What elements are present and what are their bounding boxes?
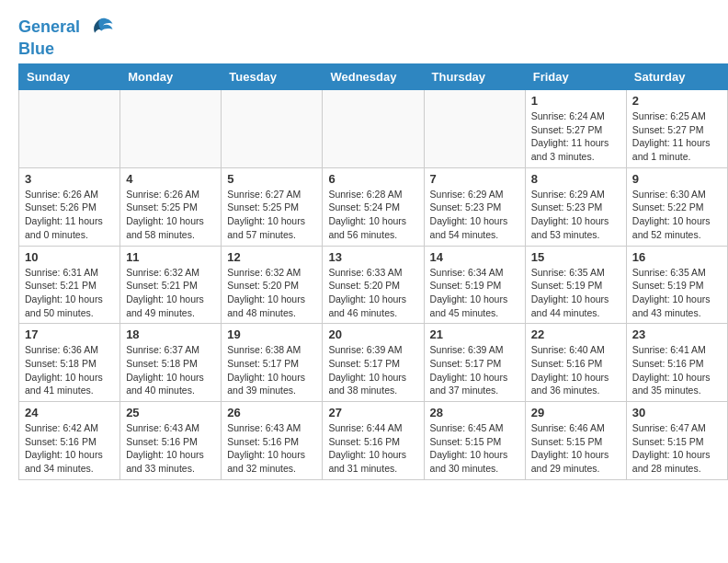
calendar-day-cell: 16Sunrise: 6:35 AM Sunset: 5:19 PM Dayli… (626, 246, 727, 324)
calendar-day-cell: 13Sunrise: 6:33 AM Sunset: 5:20 PM Dayli… (323, 246, 424, 324)
logo-blue: Blue (18, 40, 114, 59)
calendar-day-cell: 29Sunrise: 6:46 AM Sunset: 5:15 PM Dayli… (525, 402, 626, 480)
calendar-day-cell: 3Sunrise: 6:26 AM Sunset: 5:26 PM Daylig… (19, 167, 120, 246)
calendar-day-cell: 27Sunrise: 6:44 AM Sunset: 5:16 PM Dayli… (323, 402, 424, 480)
calendar-day-cell: 14Sunrise: 6:34 AM Sunset: 5:19 PM Dayli… (424, 246, 525, 324)
day-number: 19 (227, 327, 316, 341)
day-info: Sunrise: 6:35 AM Sunset: 5:19 PM Dayligh… (531, 266, 620, 320)
day-info: Sunrise: 6:47 AM Sunset: 5:15 PM Dayligh… (632, 421, 722, 476)
weekday-header-monday: Monday (120, 64, 222, 90)
day-info: Sunrise: 6:33 AM Sunset: 5:20 PM Dayligh… (328, 266, 417, 320)
day-info: Sunrise: 6:39 AM Sunset: 5:17 PM Dayligh… (430, 343, 519, 397)
day-info: Sunrise: 6:36 AM Sunset: 5:18 PM Dayligh… (25, 343, 114, 397)
day-number: 7 (430, 172, 519, 186)
calendar-day-cell: 26Sunrise: 6:43 AM Sunset: 5:16 PM Dayli… (222, 402, 323, 480)
day-number: 8 (531, 172, 620, 186)
calendar-day-cell: 4Sunrise: 6:26 AM Sunset: 5:25 PM Daylig… (120, 167, 222, 246)
logo: General Blue (18, 14, 114, 59)
day-number: 9 (632, 172, 722, 186)
calendar-day-cell: 17Sunrise: 6:36 AM Sunset: 5:18 PM Dayli… (19, 324, 120, 402)
calendar-day-cell (19, 90, 120, 168)
calendar-day-cell: 11Sunrise: 6:32 AM Sunset: 5:21 PM Dayli… (120, 246, 222, 324)
calendar-day-cell: 8Sunrise: 6:29 AM Sunset: 5:23 PM Daylig… (525, 167, 626, 246)
day-info: Sunrise: 6:28 AM Sunset: 5:24 PM Dayligh… (328, 188, 417, 242)
day-number: 2 (632, 94, 722, 108)
calendar-day-cell: 23Sunrise: 6:41 AM Sunset: 5:16 PM Dayli… (626, 324, 727, 402)
day-info: Sunrise: 6:24 AM Sunset: 5:27 PM Dayligh… (531, 109, 620, 164)
logo-text: General (18, 14, 114, 41)
day-number: 20 (328, 327, 417, 341)
day-info: Sunrise: 6:39 AM Sunset: 5:17 PM Dayligh… (328, 343, 417, 397)
day-info: Sunrise: 6:34 AM Sunset: 5:19 PM Dayligh… (430, 266, 519, 320)
day-number: 23 (632, 327, 722, 341)
day-info: Sunrise: 6:40 AM Sunset: 5:16 PM Dayligh… (531, 343, 620, 397)
day-number: 5 (227, 172, 316, 186)
day-info: Sunrise: 6:26 AM Sunset: 5:25 PM Dayligh… (126, 188, 215, 242)
day-info: Sunrise: 6:32 AM Sunset: 5:21 PM Dayligh… (126, 266, 215, 320)
day-info: Sunrise: 6:31 AM Sunset: 5:21 PM Dayligh… (25, 266, 114, 320)
day-number: 1 (531, 94, 620, 108)
calendar-week-row: 17Sunrise: 6:36 AM Sunset: 5:18 PM Dayli… (19, 324, 728, 402)
weekday-header-wednesday: Wednesday (323, 64, 424, 90)
calendar-day-cell: 12Sunrise: 6:32 AM Sunset: 5:20 PM Dayli… (222, 246, 323, 324)
weekday-header-tuesday: Tuesday (222, 64, 323, 90)
day-info: Sunrise: 6:43 AM Sunset: 5:16 PM Dayligh… (227, 421, 316, 476)
day-info: Sunrise: 6:35 AM Sunset: 5:19 PM Dayligh… (632, 266, 722, 320)
day-info: Sunrise: 6:44 AM Sunset: 5:16 PM Dayligh… (328, 421, 417, 476)
day-number: 4 (126, 172, 215, 186)
calendar-day-cell: 18Sunrise: 6:37 AM Sunset: 5:18 PM Dayli… (120, 324, 222, 402)
day-number: 16 (632, 250, 722, 264)
calendar-week-row: 24Sunrise: 6:42 AM Sunset: 5:16 PM Dayli… (19, 402, 728, 480)
weekday-header-row: SundayMondayTuesdayWednesdayThursdayFrid… (19, 64, 728, 90)
day-number: 30 (632, 406, 722, 419)
calendar-week-row: 3Sunrise: 6:26 AM Sunset: 5:26 PM Daylig… (19, 167, 728, 246)
calendar-day-cell: 9Sunrise: 6:30 AM Sunset: 5:22 PM Daylig… (626, 167, 727, 246)
calendar-day-cell: 25Sunrise: 6:43 AM Sunset: 5:16 PM Dayli… (120, 402, 222, 480)
day-info: Sunrise: 6:27 AM Sunset: 5:25 PM Dayligh… (227, 188, 316, 242)
day-number: 27 (328, 406, 417, 419)
weekday-header-saturday: Saturday (626, 64, 727, 90)
day-info: Sunrise: 6:26 AM Sunset: 5:26 PM Dayligh… (25, 188, 114, 242)
day-number: 11 (126, 250, 215, 264)
calendar-day-cell: 2Sunrise: 6:25 AM Sunset: 5:27 PM Daylig… (626, 90, 727, 168)
calendar-week-row: 10Sunrise: 6:31 AM Sunset: 5:21 PM Dayli… (19, 246, 728, 324)
calendar-day-cell: 15Sunrise: 6:35 AM Sunset: 5:19 PM Dayli… (525, 246, 626, 324)
calendar-day-cell: 28Sunrise: 6:45 AM Sunset: 5:15 PM Dayli… (424, 402, 525, 480)
calendar-day-cell: 20Sunrise: 6:39 AM Sunset: 5:17 PM Dayli… (323, 324, 424, 402)
calendar-day-cell: 10Sunrise: 6:31 AM Sunset: 5:21 PM Dayli… (19, 246, 120, 324)
day-number: 29 (531, 406, 620, 419)
calendar-day-cell: 1Sunrise: 6:24 AM Sunset: 5:27 PM Daylig… (525, 90, 626, 168)
day-info: Sunrise: 6:37 AM Sunset: 5:18 PM Dayligh… (126, 343, 215, 397)
calendar-day-cell (424, 90, 525, 168)
calendar-day-cell: 7Sunrise: 6:29 AM Sunset: 5:23 PM Daylig… (424, 167, 525, 246)
day-info: Sunrise: 6:29 AM Sunset: 5:23 PM Dayligh… (531, 188, 620, 242)
day-number: 12 (227, 250, 316, 264)
day-number: 14 (430, 250, 519, 264)
day-number: 15 (531, 250, 620, 264)
calendar-day-cell: 24Sunrise: 6:42 AM Sunset: 5:16 PM Dayli… (19, 402, 120, 480)
day-number: 24 (25, 406, 114, 419)
day-number: 13 (328, 250, 417, 264)
calendar-day-cell: 21Sunrise: 6:39 AM Sunset: 5:17 PM Dayli… (424, 324, 525, 402)
calendar-day-cell: 22Sunrise: 6:40 AM Sunset: 5:16 PM Dayli… (525, 324, 626, 402)
day-number: 22 (531, 327, 620, 341)
calendar-wrapper: SundayMondayTuesdayWednesdayThursdayFrid… (0, 63, 728, 489)
day-number: 10 (25, 250, 114, 264)
day-info: Sunrise: 6:38 AM Sunset: 5:17 PM Dayligh… (227, 343, 316, 397)
day-info: Sunrise: 6:43 AM Sunset: 5:16 PM Dayligh… (126, 421, 215, 476)
calendar-day-cell: 30Sunrise: 6:47 AM Sunset: 5:15 PM Dayli… (626, 402, 727, 480)
day-number: 21 (430, 327, 519, 341)
calendar-day-cell: 19Sunrise: 6:38 AM Sunset: 5:17 PM Dayli… (222, 324, 323, 402)
calendar-day-cell (120, 90, 222, 168)
day-info: Sunrise: 6:25 AM Sunset: 5:27 PM Dayligh… (632, 109, 722, 164)
day-number: 18 (126, 327, 215, 341)
calendar: SundayMondayTuesdayWednesdayThursdayFrid… (18, 63, 728, 480)
day-info: Sunrise: 6:29 AM Sunset: 5:23 PM Dayligh… (430, 188, 519, 242)
calendar-day-cell: 5Sunrise: 6:27 AM Sunset: 5:25 PM Daylig… (222, 167, 323, 246)
page-header: General Blue (0, 0, 728, 63)
weekday-header-thursday: Thursday (424, 64, 525, 90)
day-info: Sunrise: 6:46 AM Sunset: 5:15 PM Dayligh… (531, 421, 620, 476)
day-number: 25 (126, 406, 215, 419)
day-number: 3 (25, 172, 114, 186)
weekday-header-friday: Friday (525, 64, 626, 90)
